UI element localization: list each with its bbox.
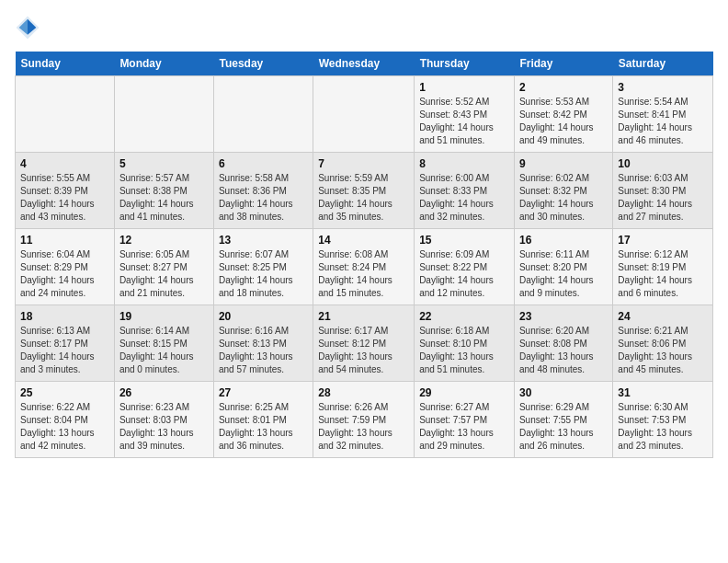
calendar-cell: 29Sunrise: 6:27 AM Sunset: 7:57 PM Dayli… [415, 382, 515, 458]
weekday-header-saturday: Saturday [613, 52, 713, 76]
logo [15, 15, 44, 40]
calendar-cell: 31Sunrise: 6:30 AM Sunset: 7:53 PM Dayli… [613, 382, 713, 458]
day-info: Sunrise: 6:02 AM Sunset: 8:32 PM Dayligh… [519, 172, 608, 224]
day-number: 17 [618, 234, 708, 247]
day-number: 13 [219, 234, 308, 247]
day-number: 5 [119, 157, 209, 170]
day-number: 11 [20, 234, 109, 247]
day-number: 23 [519, 310, 608, 323]
calendar-week-row: 11Sunrise: 6:04 AM Sunset: 8:29 PM Dayli… [16, 229, 713, 305]
day-number: 27 [219, 386, 308, 399]
day-info: Sunrise: 6:12 AM Sunset: 8:19 PM Dayligh… [618, 248, 708, 300]
day-info: Sunrise: 5:57 AM Sunset: 8:38 PM Dayligh… [119, 172, 209, 224]
calendar-cell: 8Sunrise: 6:00 AM Sunset: 8:33 PM Daylig… [415, 153, 515, 229]
calendar-cell [16, 76, 115, 153]
day-number: 31 [618, 386, 708, 399]
weekday-header-wednesday: Wednesday [313, 52, 415, 76]
day-info: Sunrise: 6:13 AM Sunset: 8:17 PM Dayligh… [20, 325, 109, 376]
day-info: Sunrise: 6:16 AM Sunset: 8:13 PM Dayligh… [219, 325, 308, 376]
day-number: 9 [519, 157, 608, 170]
day-info: Sunrise: 6:00 AM Sunset: 8:33 PM Dayligh… [419, 172, 509, 224]
weekday-header-sunday: Sunday [16, 52, 115, 76]
weekday-header-tuesday: Tuesday [213, 52, 313, 76]
calendar-cell: 22Sunrise: 6:18 AM Sunset: 8:10 PM Dayli… [415, 305, 515, 382]
calendar-cell: 27Sunrise: 6:25 AM Sunset: 8:01 PM Dayli… [213, 382, 313, 458]
day-number: 1 [419, 81, 509, 94]
weekday-header-monday: Monday [114, 52, 213, 76]
day-info: Sunrise: 6:11 AM Sunset: 8:20 PM Dayligh… [519, 248, 608, 300]
calendar-table: SundayMondayTuesdayWednesdayThursdayFrid… [15, 52, 713, 458]
calendar-cell [313, 76, 415, 153]
calendar-cell: 15Sunrise: 6:09 AM Sunset: 8:22 PM Dayli… [415, 229, 515, 305]
day-info: Sunrise: 6:17 AM Sunset: 8:12 PM Dayligh… [318, 325, 409, 376]
day-number: 4 [20, 157, 109, 170]
day-number: 16 [519, 234, 608, 247]
logo-icon [15, 15, 40, 40]
calendar-cell: 11Sunrise: 6:04 AM Sunset: 8:29 PM Dayli… [16, 229, 115, 305]
day-number: 2 [519, 81, 608, 94]
day-info: Sunrise: 6:30 AM Sunset: 7:53 PM Dayligh… [618, 401, 708, 453]
day-info: Sunrise: 6:09 AM Sunset: 8:22 PM Dayligh… [419, 248, 509, 300]
day-info: Sunrise: 5:55 AM Sunset: 8:39 PM Dayligh… [20, 172, 109, 224]
day-info: Sunrise: 6:07 AM Sunset: 8:25 PM Dayligh… [219, 248, 308, 300]
day-number: 12 [119, 234, 209, 247]
calendar-cell: 10Sunrise: 6:03 AM Sunset: 8:30 PM Dayli… [613, 153, 713, 229]
calendar-week-row: 4Sunrise: 5:55 AM Sunset: 8:39 PM Daylig… [16, 153, 713, 229]
day-info: Sunrise: 6:26 AM Sunset: 7:59 PM Dayligh… [318, 401, 409, 453]
day-number: 26 [119, 386, 209, 399]
day-number: 6 [219, 157, 308, 170]
calendar-cell: 3Sunrise: 5:54 AM Sunset: 8:41 PM Daylig… [613, 76, 713, 153]
day-number: 21 [318, 310, 409, 323]
day-info: Sunrise: 5:58 AM Sunset: 8:36 PM Dayligh… [219, 172, 308, 224]
calendar-cell: 13Sunrise: 6:07 AM Sunset: 8:25 PM Dayli… [213, 229, 313, 305]
calendar-cell [114, 76, 213, 153]
day-info: Sunrise: 6:04 AM Sunset: 8:29 PM Dayligh… [20, 248, 109, 300]
weekday-header-row: SundayMondayTuesdayWednesdayThursdayFrid… [16, 52, 713, 76]
day-info: Sunrise: 5:52 AM Sunset: 8:43 PM Dayligh… [419, 96, 509, 147]
calendar-cell: 2Sunrise: 5:53 AM Sunset: 8:42 PM Daylig… [514, 76, 612, 153]
day-info: Sunrise: 6:05 AM Sunset: 8:27 PM Dayligh… [119, 248, 209, 300]
calendar-cell: 28Sunrise: 6:26 AM Sunset: 7:59 PM Dayli… [313, 382, 415, 458]
day-number: 24 [618, 310, 708, 323]
day-number: 14 [318, 234, 409, 247]
day-number: 7 [318, 157, 409, 170]
day-info: Sunrise: 6:21 AM Sunset: 8:06 PM Dayligh… [618, 325, 708, 376]
calendar-cell: 16Sunrise: 6:11 AM Sunset: 8:20 PM Dayli… [514, 229, 612, 305]
calendar-cell: 6Sunrise: 5:58 AM Sunset: 8:36 PM Daylig… [213, 153, 313, 229]
page-header [15, 15, 713, 40]
day-number: 18 [20, 310, 109, 323]
calendar-cell: 30Sunrise: 6:29 AM Sunset: 7:55 PM Dayli… [514, 382, 612, 458]
calendar-cell: 14Sunrise: 6:08 AM Sunset: 8:24 PM Dayli… [313, 229, 415, 305]
calendar-cell: 1Sunrise: 5:52 AM Sunset: 8:43 PM Daylig… [415, 76, 515, 153]
calendar-cell: 17Sunrise: 6:12 AM Sunset: 8:19 PM Dayli… [613, 229, 713, 305]
day-info: Sunrise: 6:03 AM Sunset: 8:30 PM Dayligh… [618, 172, 708, 224]
day-number: 22 [419, 310, 509, 323]
day-number: 28 [318, 386, 409, 399]
day-number: 19 [119, 310, 209, 323]
calendar-cell: 5Sunrise: 5:57 AM Sunset: 8:38 PM Daylig… [114, 153, 213, 229]
calendar-cell: 24Sunrise: 6:21 AM Sunset: 8:06 PM Dayli… [613, 305, 713, 382]
day-info: Sunrise: 6:27 AM Sunset: 7:57 PM Dayligh… [419, 401, 509, 453]
day-info: Sunrise: 6:14 AM Sunset: 8:15 PM Dayligh… [119, 325, 209, 376]
day-number: 25 [20, 386, 109, 399]
day-info: Sunrise: 6:29 AM Sunset: 7:55 PM Dayligh… [519, 401, 608, 453]
calendar-week-row: 1Sunrise: 5:52 AM Sunset: 8:43 PM Daylig… [16, 76, 713, 153]
day-info: Sunrise: 6:08 AM Sunset: 8:24 PM Dayligh… [318, 248, 409, 300]
day-info: Sunrise: 6:25 AM Sunset: 8:01 PM Dayligh… [219, 401, 308, 453]
day-number: 3 [618, 81, 708, 94]
calendar-cell: 4Sunrise: 5:55 AM Sunset: 8:39 PM Daylig… [16, 153, 115, 229]
calendar-cell: 26Sunrise: 6:23 AM Sunset: 8:03 PM Dayli… [114, 382, 213, 458]
weekday-header-thursday: Thursday [415, 52, 515, 76]
day-number: 30 [519, 386, 608, 399]
day-info: Sunrise: 5:54 AM Sunset: 8:41 PM Dayligh… [618, 96, 708, 147]
weekday-header-friday: Friday [514, 52, 612, 76]
day-info: Sunrise: 6:23 AM Sunset: 8:03 PM Dayligh… [119, 401, 209, 453]
calendar-cell: 23Sunrise: 6:20 AM Sunset: 8:08 PM Dayli… [514, 305, 612, 382]
day-info: Sunrise: 5:53 AM Sunset: 8:42 PM Dayligh… [519, 96, 608, 147]
day-number: 8 [419, 157, 509, 170]
calendar-cell: 9Sunrise: 6:02 AM Sunset: 8:32 PM Daylig… [514, 153, 612, 229]
calendar-cell: 18Sunrise: 6:13 AM Sunset: 8:17 PM Dayli… [16, 305, 115, 382]
day-info: Sunrise: 6:22 AM Sunset: 8:04 PM Dayligh… [20, 401, 109, 453]
calendar-week-row: 18Sunrise: 6:13 AM Sunset: 8:17 PM Dayli… [16, 305, 713, 382]
calendar-week-row: 25Sunrise: 6:22 AM Sunset: 8:04 PM Dayli… [16, 382, 713, 458]
